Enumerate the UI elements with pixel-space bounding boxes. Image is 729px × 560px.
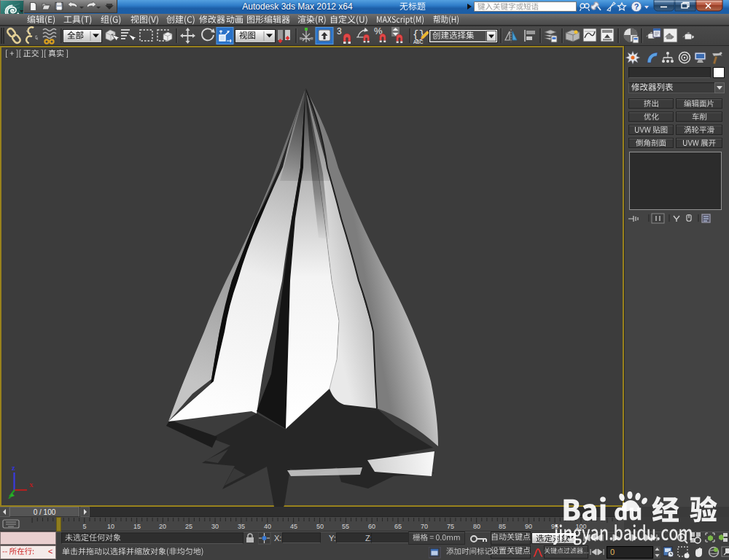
svg-text:?: ?	[634, 2, 639, 11]
